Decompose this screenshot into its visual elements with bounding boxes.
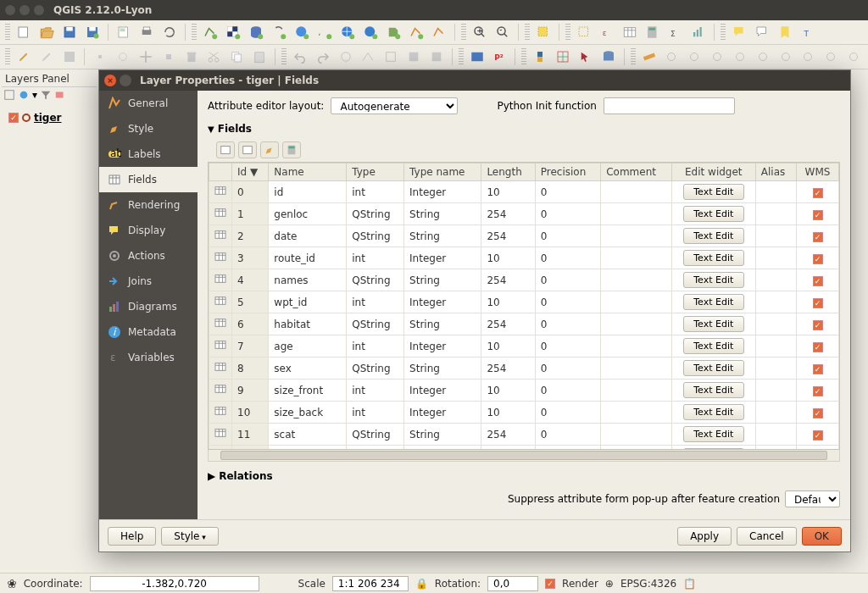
toolbar-handle[interactable]	[5, 24, 10, 41]
col-name[interactable]: Name	[269, 163, 347, 181]
table-icon[interactable]	[620, 23, 639, 42]
wms-checkbox[interactable]: ✓	[813, 320, 823, 330]
rotate-icon[interactable]	[337, 47, 355, 66]
snap6-icon[interactable]	[776, 47, 795, 66]
paste-icon[interactable]	[250, 47, 269, 66]
apply-button[interactable]: Apply	[677, 527, 732, 546]
snap7-icon[interactable]	[798, 47, 817, 66]
wms-checkbox[interactable]: ✓	[813, 298, 823, 308]
snap1-icon[interactable]	[662, 47, 681, 66]
col-wms[interactable]: WMS	[797, 163, 839, 181]
col-precision[interactable]: Precision	[535, 163, 600, 181]
new-mem2-icon[interactable]	[430, 23, 448, 42]
epsilon-icon[interactable]: ε	[598, 23, 616, 42]
epsg-label[interactable]: EPSG:4326	[620, 578, 676, 590]
add-vector-icon[interactable]	[201, 23, 220, 42]
text-icon[interactable]: T	[798, 23, 817, 42]
edit-field-icon[interactable]	[260, 141, 279, 158]
snap4-icon[interactable]	[731, 47, 749, 66]
layer-item-tiger[interactable]: ✓ tiger	[3, 108, 95, 127]
field-calc-icon[interactable]	[643, 23, 662, 42]
snap8-icon[interactable]	[821, 47, 840, 66]
table-row[interactable]: 4 names QString String 254 0 Text Edit ✓	[209, 269, 839, 291]
snap2-icon[interactable]	[685, 47, 704, 66]
col-editwidget[interactable]: Edit widget	[671, 163, 755, 181]
window-maximize[interactable]	[34, 5, 44, 15]
suppress-select[interactable]: Default	[785, 490, 840, 507]
sidebar-item-joins[interactable]: Joins	[99, 269, 198, 294]
sidebar-item-diagrams[interactable]: Diagrams	[99, 294, 198, 319]
stats-icon[interactable]	[689, 23, 708, 42]
print-icon[interactable]	[137, 23, 156, 42]
sidebar-item-labels[interactable]: abcLabels	[99, 141, 198, 167]
edit-icon[interactable]	[14, 47, 33, 66]
addpart-icon[interactable]	[404, 47, 423, 66]
snap9-icon[interactable]	[844, 47, 863, 66]
col-comment[interactable]: Comment	[601, 163, 672, 181]
bookmark-icon[interactable]	[776, 23, 794, 42]
sigma-icon[interactable]: Σ	[666, 23, 685, 42]
db-icon[interactable]	[599, 47, 618, 66]
wms-checkbox[interactable]: ✓	[813, 188, 823, 198]
undo-icon[interactable]	[291, 47, 309, 66]
wms-checkbox[interactable]: ✓	[813, 342, 823, 352]
save-icon[interactable]	[60, 23, 79, 42]
col-typename[interactable]: Type name	[404, 163, 481, 181]
cut-icon[interactable]	[205, 47, 224, 66]
attr-editor-select[interactable]: Autogenerate	[331, 97, 458, 114]
toolbar-handle[interactable]	[281, 48, 287, 65]
layer-visibility-checkbox[interactable]: ✓	[8, 113, 19, 123]
lp-add-icon[interactable]	[3, 89, 15, 103]
help-button[interactable]: Help	[108, 527, 156, 546]
log-icon[interactable]: 📋	[683, 578, 696, 590]
open-icon[interactable]	[37, 23, 56, 42]
table-row[interactable]: 10 size_back int Integer 10 0 Text Edit …	[209, 402, 839, 424]
lp-filter2-icon[interactable]	[40, 89, 52, 103]
wms-checkbox[interactable]: ✓	[813, 408, 823, 418]
add-spatialite-icon[interactable]	[270, 23, 288, 42]
add-wms-icon[interactable]	[292, 23, 311, 42]
col-id[interactable]: Id ▼	[232, 163, 269, 181]
wms-checkbox[interactable]: ✓	[813, 276, 823, 286]
toolbar-handle[interactable]	[525, 24, 530, 41]
python-icon[interactable]	[531, 47, 549, 66]
horizontal-scrollbar[interactable]	[208, 450, 840, 462]
wms-checkbox[interactable]: ✓	[813, 430, 823, 441]
snap5-icon[interactable]	[754, 47, 772, 66]
dialog-titlebar[interactable]: × Layer Properties - tiger | Fields	[99, 70, 850, 91]
new-shp-icon[interactable]	[384, 23, 403, 42]
lock-icon[interactable]: 🔒	[415, 578, 428, 590]
wms-checkbox[interactable]: ✓	[813, 386, 823, 396]
new-mem-icon[interactable]	[407, 23, 426, 42]
edit-widget-button[interactable]: Text Edit	[683, 338, 744, 354]
sidebar-item-rendering[interactable]: Rendering	[99, 192, 198, 218]
add-feat-icon[interactable]	[91, 47, 109, 66]
render-checkbox[interactable]: ✓	[545, 579, 555, 589]
sidebar-item-general[interactable]: General	[99, 91, 198, 116]
col-alias[interactable]: Alias	[755, 163, 796, 181]
tips-icon[interactable]	[730, 23, 748, 42]
calc-field-icon[interactable]	[282, 141, 301, 158]
deselect-icon[interactable]	[575, 23, 593, 42]
coordinate-input[interactable]	[90, 576, 259, 591]
zoom-in-icon[interactable]: +	[470, 23, 489, 42]
edit-widget-button[interactable]: Text Edit	[683, 272, 744, 288]
copy-icon[interactable]	[227, 47, 246, 66]
edit-widget-button[interactable]: Text Edit	[683, 316, 744, 332]
toolbar-handle[interactable]	[461, 24, 466, 41]
lp-eye-icon[interactable]	[54, 89, 66, 103]
edit-widget-button[interactable]: Text Edit	[683, 382, 744, 398]
lp-expand-icon[interactable]: ▾	[32, 89, 37, 103]
dropdown-icon[interactable]: ❀	[7, 577, 17, 590]
cancel-button[interactable]: Cancel	[737, 527, 797, 546]
snap3-icon[interactable]	[708, 47, 726, 66]
toolbar-handle[interactable]	[192, 24, 197, 41]
toolbar-handle[interactable]	[5, 48, 10, 65]
annotation-icon[interactable]	[753, 23, 771, 42]
edit-widget-button[interactable]: Text Edit	[683, 206, 744, 222]
edit2-icon[interactable]	[37, 47, 56, 66]
sidebar-item-metadata[interactable]: iMetadata	[99, 319, 198, 345]
edit-widget-button[interactable]: Text Edit	[683, 250, 744, 266]
col-length[interactable]: Length	[481, 163, 535, 181]
redo-icon[interactable]	[314, 47, 332, 66]
